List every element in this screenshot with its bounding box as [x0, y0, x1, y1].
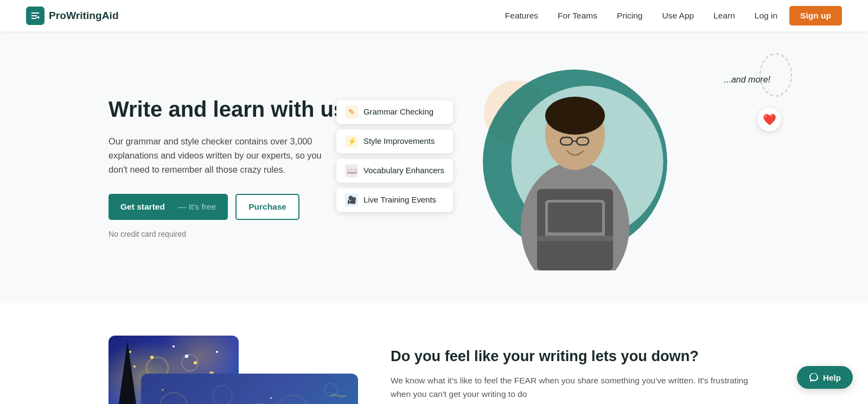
pill-training: 🎥 Live Training Events	[336, 188, 453, 212]
dashed-balloon	[760, 53, 792, 97]
svg-point-22	[324, 383, 337, 396]
nav-links: Features For Teams Pricing Use App Learn…	[497, 6, 842, 26]
svg-point-14	[216, 351, 218, 353]
logo-link[interactable]: ProWritingAid	[26, 7, 119, 25]
svg-point-19	[160, 393, 187, 404]
hero-buttons: Get started — It's free Purchase	[108, 194, 347, 220]
feature-pills: ✎ Grammar Checking ⚡ Style Improvements …	[336, 100, 453, 212]
pill-style: ⚡ Style Improvements	[336, 129, 453, 153]
nav-use-app[interactable]: Use App	[654, 7, 701, 25]
nav-login[interactable]: Log in	[747, 7, 785, 25]
svg-point-2	[545, 97, 605, 135]
help-label: Help	[823, 373, 841, 382]
nav-signup-button[interactable]: Sign up	[789, 6, 842, 26]
nav-learn[interactable]: Learn	[706, 7, 743, 25]
nav-for-teams[interactable]: For Teams	[550, 7, 605, 25]
nav-pricing[interactable]: Pricing	[609, 7, 650, 25]
heart-bubble: ❤️	[757, 108, 781, 131]
free-label: — It's free	[178, 202, 216, 212]
logo-icon	[26, 7, 44, 25]
lower-title: Do you feel like your writing lets you d…	[391, 346, 760, 365]
lower-visual: ~ My idea in my head	[108, 336, 347, 404]
chat-icon	[809, 373, 819, 382]
navbar: ProWritingAid Features For Teams Pricing…	[0, 0, 868, 31]
hero-subtitle: Our grammar and style checker contains o…	[108, 134, 326, 176]
logo-svg	[30, 10, 41, 21]
lower-desc: We know what it's like to feel the FEAR …	[391, 374, 760, 401]
get-started-button[interactable]: Get started — It's free	[108, 194, 228, 220]
idea-card: ~ My idea in my head	[141, 374, 358, 404]
vocab-label: Vocabulary Enhancers	[363, 166, 444, 175]
person-svg	[505, 75, 646, 270]
person-illustration	[505, 75, 646, 270]
grammar-icon: ✎	[345, 105, 358, 118]
training-label: Live Training Events	[363, 195, 436, 204]
lower-text: Do you feel like your writing lets you d…	[391, 336, 760, 401]
vocab-icon: 📖	[345, 164, 358, 177]
nav-features[interactable]: Features	[497, 7, 546, 25]
svg-point-12	[173, 345, 175, 348]
style-icon: ⚡	[345, 135, 358, 148]
grammar-label: Grammar Checking	[363, 108, 433, 116]
hero-title: Write and learn with us	[108, 96, 347, 122]
style-label: Style Improvements	[363, 137, 435, 146]
training-icon: 🎥	[345, 193, 358, 206]
hero-visual: ✎ Grammar Checking ⚡ Style Improvements …	[347, 64, 803, 270]
pill-vocab: 📖 Vocabulary Enhancers	[336, 159, 453, 182]
idea-deco-svg	[141, 374, 358, 404]
svg-point-21	[277, 395, 309, 404]
logo-text: ProWritingAid	[49, 10, 119, 22]
svg-point-13	[194, 361, 197, 364]
hero-section: Write and learn with us Our grammar and …	[0, 31, 868, 303]
help-button[interactable]: Help	[797, 366, 853, 389]
get-started-label: Get started	[120, 202, 165, 212]
lower-section: ~ My idea in my head Do you feel like yo…	[0, 303, 868, 404]
pill-grammar: ✎ Grammar Checking	[336, 100, 453, 124]
svg-rect-5	[548, 203, 602, 232]
svg-rect-6	[537, 236, 613, 241]
svg-point-15	[129, 351, 131, 353]
no-card-text: No credit card required	[108, 230, 347, 238]
purchase-button[interactable]: Purchase	[235, 194, 299, 220]
svg-point-20	[213, 386, 232, 404]
hero-text: Write and learn with us Our grammar and …	[108, 96, 347, 238]
